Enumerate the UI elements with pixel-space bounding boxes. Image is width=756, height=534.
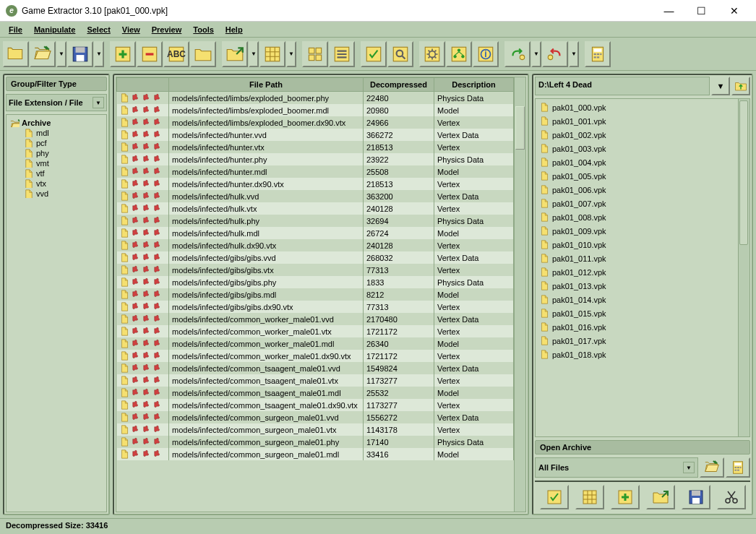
table-row[interactable]: models/infected/limbs/exploded_boomer.dx… bbox=[117, 116, 514, 129]
redo-button[interactable] bbox=[504, 41, 531, 67]
action-4-button[interactable] bbox=[646, 485, 675, 509]
table-row[interactable]: models/infected/common_surgeon_male01.vv… bbox=[117, 411, 514, 423]
action-3-button[interactable] bbox=[611, 485, 640, 509]
table-row[interactable]: models/infected/gibs/gibs.mdl8212Model bbox=[117, 288, 514, 301]
file-scrollbar[interactable] bbox=[738, 99, 749, 436]
filter-type-combo[interactable]: File Extension / File ▼ bbox=[6, 94, 107, 111]
column-header[interactable]: File Path bbox=[169, 78, 364, 92]
table-row[interactable]: models/infected/common_tsaagent_male01.v… bbox=[117, 374, 514, 387]
file-browser[interactable]: pak01_000.vpkpak01_001.vpkpak01_002.vpkp… bbox=[535, 98, 750, 437]
table-row[interactable]: models/infected/hunter.vtx218513Vertex bbox=[117, 141, 514, 153]
rename-button[interactable] bbox=[163, 41, 189, 67]
file-item[interactable]: pak01_000.vpk bbox=[537, 100, 748, 114]
table-row[interactable]: models/infected/common_worker_male01.vtx… bbox=[117, 325, 514, 337]
table-row[interactable]: models/infected/hunter.phy23922Physics D… bbox=[117, 153, 514, 165]
file-item[interactable]: pak01_006.vpk bbox=[537, 183, 748, 197]
table-row[interactable]: models/infected/common_worker_male01.mdl… bbox=[117, 337, 514, 350]
calc-button-2[interactable] bbox=[726, 457, 750, 478]
action-5-button[interactable] bbox=[682, 485, 710, 509]
settings-button[interactable] bbox=[419, 41, 445, 67]
path-dropdown-button[interactable]: ▼ bbox=[711, 77, 730, 95]
save-button[interactable] bbox=[67, 41, 93, 67]
table-row[interactable]: models/infected/gibs/gibs.dx90.vtx77313V… bbox=[117, 301, 514, 313]
table-row[interactable]: models/infected/hunter.mdl25508Model bbox=[117, 165, 514, 178]
column-header[interactable]: Description bbox=[434, 78, 514, 92]
menu-select[interactable]: Select bbox=[81, 24, 116, 35]
calc-button[interactable] bbox=[585, 41, 611, 67]
menu-manipulate[interactable]: Manipulate bbox=[28, 24, 81, 35]
up-folder-button[interactable] bbox=[731, 77, 750, 95]
vertical-scrollbar[interactable] bbox=[514, 77, 525, 512]
list-button[interactable] bbox=[329, 41, 355, 67]
file-item[interactable]: pak01_001.vpk bbox=[537, 114, 748, 128]
action-1-button[interactable] bbox=[540, 485, 569, 509]
column-header[interactable] bbox=[117, 78, 169, 92]
file-item[interactable]: pak01_007.vpk bbox=[537, 197, 748, 210]
path-field[interactable]: D:\Left 4 Dead bbox=[535, 77, 710, 95]
file-item[interactable]: pak01_010.vpk bbox=[537, 238, 748, 251]
table-row[interactable]: models/infected/common_tsaagent_male01.d… bbox=[117, 399, 514, 411]
table-button[interactable] bbox=[259, 41, 285, 67]
file-item[interactable]: pak01_011.vpk bbox=[537, 251, 748, 265]
export-dropdown[interactable]: ▼ bbox=[249, 41, 259, 67]
verify-button[interactable] bbox=[361, 41, 387, 67]
file-filter-combo[interactable]: All Files ▼ bbox=[535, 457, 698, 478]
table-row[interactable]: models/infected/hulk.mdl26724Model bbox=[117, 227, 514, 239]
tree-button[interactable] bbox=[446, 41, 472, 67]
export-button[interactable] bbox=[222, 41, 248, 67]
action-2-button[interactable] bbox=[575, 485, 604, 509]
info-button[interactable] bbox=[473, 41, 499, 67]
tree-item[interactable]: mdl bbox=[9, 128, 103, 138]
undo-button[interactable] bbox=[542, 41, 568, 67]
menu-view[interactable]: View bbox=[116, 24, 146, 35]
file-item[interactable]: pak01_014.vpk bbox=[537, 293, 748, 306]
close-button[interactable]: ✕ bbox=[718, 1, 750, 21]
table-row[interactable]: models/infected/hunter.vvd366272Vertex D… bbox=[117, 129, 514, 141]
table-row[interactable]: models/infected/hulk.vtx240128Vertex bbox=[117, 202, 514, 215]
table-row[interactable]: models/infected/common_surgeon_male01.vt… bbox=[117, 423, 514, 436]
file-item[interactable]: pak01_005.vpk bbox=[537, 169, 748, 183]
table-row[interactable]: models/infected/hulk.dx90.vtx240128Verte… bbox=[117, 239, 514, 251]
file-item[interactable]: pak01_018.vpk bbox=[537, 348, 748, 361]
table-row[interactable]: models/infected/gibs/gibs.vtx77313Vertex bbox=[117, 264, 514, 276]
table-row[interactable]: models/infected/hulk.vvd363200Vertex Dat… bbox=[117, 190, 514, 202]
menu-tools[interactable]: Tools bbox=[187, 24, 220, 35]
tree-root[interactable]: Archive bbox=[9, 118, 103, 128]
table-row[interactable]: models/infected/limbs/exploded_boomer.md… bbox=[117, 104, 514, 116]
tree-item[interactable]: vvd bbox=[9, 189, 103, 199]
save-dropdown[interactable]: ▼ bbox=[94, 41, 104, 67]
table-row[interactable]: models/infected/common_surgeon_male01.ph… bbox=[117, 436, 514, 448]
redo-dropdown[interactable]: ▼ bbox=[531, 41, 541, 67]
file-item[interactable]: pak01_009.vpk bbox=[537, 224, 748, 238]
table-row[interactable]: models/infected/limbs/exploded_boomer.ph… bbox=[117, 92, 514, 105]
file-item[interactable]: pak01_008.vpk bbox=[537, 210, 748, 224]
action-6-button[interactable] bbox=[717, 485, 746, 509]
column-header[interactable]: Decompressed bbox=[364, 78, 434, 92]
add-button[interactable] bbox=[110, 41, 136, 67]
open-button[interactable] bbox=[30, 41, 56, 67]
open-dropdown[interactable]: ▼ bbox=[56, 41, 66, 67]
table-row[interactable]: models/infected/common_tsaagent_male01.v… bbox=[117, 362, 514, 374]
remove-button[interactable] bbox=[137, 41, 163, 67]
tree-item[interactable]: vtx bbox=[9, 178, 103, 189]
menu-file[interactable]: File bbox=[3, 24, 28, 35]
table-dropdown[interactable]: ▼ bbox=[286, 41, 296, 67]
extract-button[interactable] bbox=[190, 41, 216, 67]
browse-button[interactable] bbox=[700, 457, 724, 478]
table-row[interactable]: models/infected/gibs/gibs.phy1833Physics… bbox=[117, 276, 514, 288]
table-row[interactable]: models/infected/common_worker_male01.dx9… bbox=[117, 350, 514, 362]
file-item[interactable]: pak01_003.vpk bbox=[537, 142, 748, 155]
file-item[interactable]: pak01_012.vpk bbox=[537, 265, 748, 279]
tree-item[interactable]: phy bbox=[9, 148, 103, 158]
menu-help[interactable]: Help bbox=[220, 24, 249, 35]
table-row[interactable]: models/infected/hulk.phy32694Physics Dat… bbox=[117, 215, 514, 227]
tree-item[interactable]: vtf bbox=[9, 168, 103, 178]
file-item[interactable]: pak01_002.vpk bbox=[537, 128, 748, 142]
file-table[interactable]: File PathDecompressedDescription models/… bbox=[116, 77, 514, 460]
search-button[interactable] bbox=[387, 41, 413, 67]
file-item[interactable]: pak01_004.vpk bbox=[537, 155, 748, 169]
table-row[interactable]: models/infected/common_tsaagent_male01.m… bbox=[117, 387, 514, 399]
maximize-button[interactable]: ☐ bbox=[685, 1, 718, 21]
table-row[interactable]: models/infected/common_worker_male01.vvd… bbox=[117, 313, 514, 325]
archive-tree[interactable]: Archivemdlpcfphyvmtvtfvtxvvd bbox=[6, 114, 107, 512]
